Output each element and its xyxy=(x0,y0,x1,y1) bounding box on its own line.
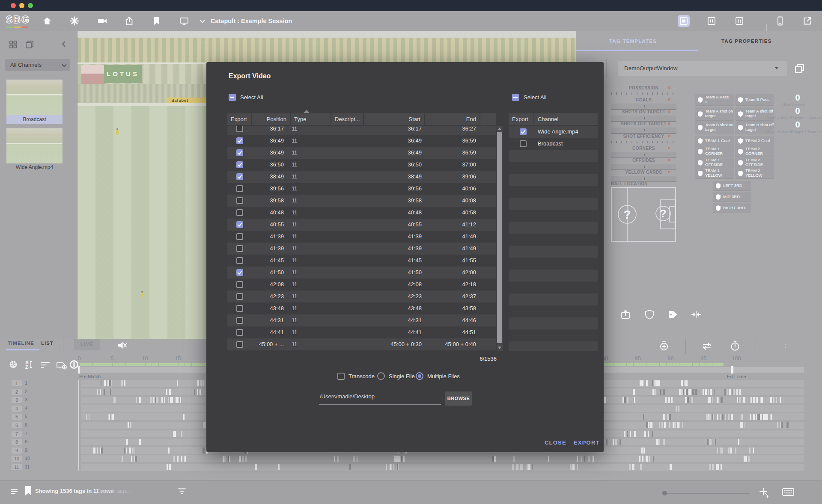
tag-mark[interactable] xyxy=(646,380,648,386)
tag-button-team-2-goal[interactable]: TEAM 2 Goal xyxy=(735,136,774,146)
tag-mark[interactable] xyxy=(653,456,654,462)
collapse-sidebar-icon[interactable] xyxy=(60,40,68,48)
tag-button-team-1-offside[interactable]: TEAM 1 OFFSIDE xyxy=(695,157,734,168)
row-checkbox[interactable] xyxy=(236,305,243,312)
tag-mark[interactable] xyxy=(101,448,103,454)
tag-mark[interactable] xyxy=(634,431,636,437)
export-button[interactable]: EXPORT xyxy=(574,439,600,446)
transcode-checkbox[interactable] xyxy=(337,373,345,380)
tag-mark[interactable] xyxy=(750,414,751,420)
tag-mark[interactable] xyxy=(660,389,661,395)
tag-mark[interactable] xyxy=(177,380,178,386)
tag-mark[interactable] xyxy=(739,397,741,403)
column-header-position[interactable]: Position xyxy=(252,113,290,125)
tag-mark[interactable] xyxy=(528,464,530,470)
palette-icon[interactable] xyxy=(9,360,18,369)
tag-mark[interactable] xyxy=(670,464,672,470)
tag-mark[interactable] xyxy=(139,397,141,403)
tag-mark[interactable] xyxy=(167,464,168,470)
tag-mark[interactable] xyxy=(150,397,151,403)
tag-mark[interactable] xyxy=(589,456,590,462)
tag-mark[interactable] xyxy=(223,456,224,462)
export-row[interactable]: 44:411144:4144:51 xyxy=(227,326,496,338)
tag-mark[interactable] xyxy=(494,456,495,462)
export-row[interactable]: 41:501141:5042:00 xyxy=(227,267,496,279)
tag-mark[interactable] xyxy=(153,397,155,403)
az-sort-icon[interactable]: AZ xyxy=(24,359,34,370)
tag-mark[interactable] xyxy=(746,456,747,462)
channel-thumbnail-wide-angle[interactable] xyxy=(6,128,63,163)
select-all-checkbox[interactable] xyxy=(229,94,236,101)
column-header-export[interactable]: Export xyxy=(227,113,251,125)
export-row[interactable]: 38:491138:4939:06 xyxy=(227,171,496,183)
tag-mark[interactable] xyxy=(173,431,175,437)
tag-mark[interactable] xyxy=(613,439,615,445)
tag-mark[interactable] xyxy=(164,397,165,403)
tag-mark[interactable] xyxy=(532,464,533,470)
row-checkbox[interactable] xyxy=(236,269,243,276)
row-badge[interactable]: 5 xyxy=(12,414,22,420)
tag-mark[interactable] xyxy=(741,414,742,420)
tag-mark[interactable] xyxy=(640,464,642,470)
tag-mark[interactable] xyxy=(718,464,720,470)
tag-mark[interactable] xyxy=(663,389,664,395)
tag-mark[interactable] xyxy=(721,464,722,470)
tag-mark[interactable] xyxy=(773,397,774,403)
tag-mark[interactable] xyxy=(677,422,679,428)
tag-mark[interactable] xyxy=(753,448,754,454)
tag-mark[interactable] xyxy=(108,380,109,386)
tag-mark[interactable] xyxy=(650,422,652,428)
channel-row[interactable]: Wide Angle.mp4 xyxy=(509,126,598,138)
share-icon[interactable] xyxy=(124,16,134,26)
output-path-field[interactable]: /Users/madie/Desktop xyxy=(320,393,375,400)
tag-mark[interactable] xyxy=(518,464,518,470)
row-badge[interactable]: 11 xyxy=(12,464,22,470)
chevron-down-icon[interactable] xyxy=(200,19,206,24)
tag-mark[interactable] xyxy=(349,464,351,470)
tag-mark[interactable] xyxy=(749,448,751,454)
export-row[interactable]: 44:311144:3144:46 xyxy=(227,314,496,326)
close-button[interactable]: CLOSE xyxy=(545,439,566,446)
tag-mark[interactable] xyxy=(777,422,778,428)
tag-mark[interactable] xyxy=(205,422,206,428)
row-checkbox[interactable] xyxy=(236,281,243,288)
tag-mark[interactable] xyxy=(751,397,752,403)
tag-mark[interactable] xyxy=(619,439,621,445)
loop-icon[interactable] xyxy=(701,341,713,352)
tag-mark[interactable] xyxy=(401,456,402,462)
tag-mark[interactable] xyxy=(725,414,726,420)
tag-mark[interactable] xyxy=(126,439,128,445)
tag-mark[interactable] xyxy=(255,464,257,470)
tag-mark[interactable] xyxy=(715,439,716,445)
single-pane-icon[interactable] xyxy=(678,15,690,27)
tag-mark[interactable] xyxy=(398,464,399,470)
search-input[interactable] xyxy=(96,485,162,497)
tag-mark[interactable] xyxy=(688,389,691,395)
tag-mark[interactable] xyxy=(639,456,640,462)
tag-mark[interactable] xyxy=(770,397,772,403)
tag-mark[interactable] xyxy=(692,389,694,395)
tag-mark[interactable] xyxy=(661,422,663,428)
shield-icon[interactable] xyxy=(644,309,655,320)
tag-mark[interactable] xyxy=(136,397,137,403)
tag-mark[interactable] xyxy=(729,389,731,395)
export-row[interactable]: 36:491136:4936:59 xyxy=(227,135,496,147)
tag-mark[interactable] xyxy=(709,397,711,403)
tag-mark[interactable] xyxy=(634,464,635,470)
column-header-channel[interactable]: Channel xyxy=(534,113,598,125)
export-row[interactable]: 39:581139:5840:08 xyxy=(227,195,496,207)
tag-mark[interactable] xyxy=(644,431,646,437)
tag-mark[interactable] xyxy=(756,397,757,403)
tag-button-team-1-goal[interactable]: TEAM 1 Goal xyxy=(695,136,734,146)
tag-mark[interactable] xyxy=(709,414,710,420)
tag-mark[interactable] xyxy=(730,448,732,454)
collapse-icon[interactable] xyxy=(691,309,702,320)
select-all-channels[interactable]: Select All xyxy=(512,94,546,101)
tag-mark[interactable] xyxy=(131,456,132,462)
tag-mark[interactable] xyxy=(717,397,718,403)
tag-mark[interactable] xyxy=(654,389,656,395)
tag-mark[interactable] xyxy=(717,414,718,420)
tag-mark[interactable] xyxy=(104,380,106,386)
tag-mark[interactable] xyxy=(134,448,135,454)
tag-mark[interactable] xyxy=(714,389,715,395)
